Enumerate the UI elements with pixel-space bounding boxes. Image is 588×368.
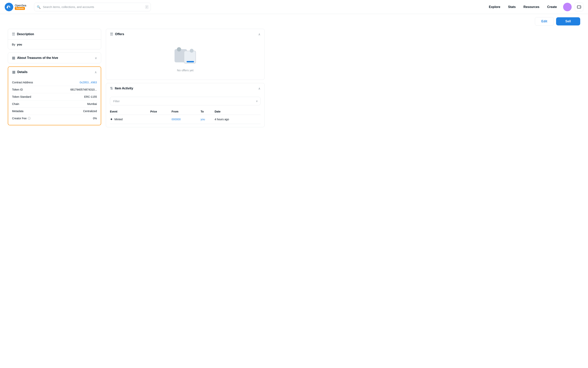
sell-button[interactable]: Sell xyxy=(556,17,580,26)
details-card: ▦ Details ∧ Contract Address 0x2953...49… xyxy=(8,66,101,125)
user-avatar[interactable] xyxy=(563,3,572,11)
brand-text: OpenSea Testnets xyxy=(15,4,26,10)
navbar: OpenSea Testnets 🔍 / Explore Stats Resou… xyxy=(0,0,588,14)
svg-rect-1 xyxy=(577,6,581,8)
detail-value-metadata: Centralized xyxy=(83,110,97,113)
activity-table-head: Event Price From To Date xyxy=(110,108,260,115)
left-panel: ☰ Description By you ▦ About Treasures o… xyxy=(8,29,101,127)
offers-card: ☰ Offers ∧ No xyxy=(106,29,265,80)
detail-value-chain: Mumbai xyxy=(87,102,97,105)
about-icon: ▦ xyxy=(12,56,15,60)
activity-card: ⇅ Item Activity ∧ Filter ∨ Event Pri xyxy=(106,83,265,127)
activity-header[interactable]: ⇅ Item Activity ∧ xyxy=(106,83,264,94)
filter-row: Filter ∨ xyxy=(110,97,260,105)
activity-header-left: ⇅ Item Activity xyxy=(110,86,133,91)
testnets-badge: Testnets xyxy=(15,7,25,10)
about-title: About Treasures of the hive xyxy=(17,56,58,60)
about-chevron-icon: ∨ xyxy=(95,56,97,60)
activity-body: Filter ∨ Event Price From To Date xyxy=(106,94,264,127)
cell-to[interactable]: you xyxy=(201,115,215,124)
about-header[interactable]: ▦ About Treasures of the hive ∨ xyxy=(8,53,101,63)
detail-value-contract[interactable]: 0x2953...4963 xyxy=(80,81,97,84)
right-panel: ☰ Offers ∧ No xyxy=(106,29,265,127)
nav-stats[interactable]: Stats xyxy=(505,4,519,10)
nav-links: Explore Stats Resources Create xyxy=(486,3,583,11)
main-content: ☰ Description By you ▦ About Treasures o… xyxy=(0,29,272,135)
col-event: Event xyxy=(110,108,150,115)
nav-resources[interactable]: Resources xyxy=(520,4,542,10)
details-body: Contract Address 0x2953...4963 Token ID … xyxy=(8,77,101,125)
svg-point-0 xyxy=(5,3,13,11)
detail-value-tokenid: 6817940574874310... xyxy=(70,88,97,91)
search-container: 🔍 / xyxy=(34,3,151,11)
activity-chevron-icon: ∧ xyxy=(258,87,260,90)
description-by: By you xyxy=(12,43,97,46)
wallet-button[interactable] xyxy=(575,3,583,11)
activity-table-header-row: Event Price From To Date xyxy=(110,108,260,115)
detail-value-standard: ERC-1155 xyxy=(84,95,97,98)
detail-value-fee: 0% xyxy=(93,117,97,120)
description-body: By you xyxy=(8,39,101,49)
creator-fee-info-icon[interactable]: i xyxy=(28,117,30,120)
cell-price xyxy=(150,115,172,124)
detail-row-metadata: Metadata Centralized xyxy=(12,108,97,115)
detail-label-fee: Creator Fee i xyxy=(12,117,30,120)
detail-label-chain: Chain xyxy=(12,102,19,105)
offers-header[interactable]: ☰ Offers ∧ xyxy=(106,29,264,39)
detail-label-standard: Token Standard xyxy=(12,95,31,98)
search-slash-hint: / xyxy=(145,5,148,9)
logo[interactable]: OpenSea Testnets xyxy=(5,3,26,11)
edit-button[interactable]: Edit xyxy=(535,17,554,26)
about-card: ▦ About Treasures of the hive ∨ xyxy=(8,53,101,63)
col-date: Date xyxy=(215,108,260,115)
description-header[interactable]: ☰ Description xyxy=(8,29,101,39)
offers-icon: ☰ xyxy=(110,32,113,36)
detail-label-contract: Contract Address xyxy=(12,81,33,84)
detail-row-contract: Contract Address 0x2953...4963 xyxy=(12,79,97,86)
activity-filter-select[interactable]: Filter xyxy=(110,97,260,105)
detail-label-tokenid: Token ID xyxy=(12,88,23,91)
detail-row-standard: Token Standard ERC-1155 xyxy=(12,93,97,101)
minted-cell: ✦ Minted xyxy=(110,117,150,121)
details-title: Details xyxy=(17,70,28,74)
description-header-left: ☰ Description xyxy=(12,32,34,36)
cell-event: ✦ Minted xyxy=(110,115,150,124)
detail-row-tokenid: Token ID 6817940574874310... xyxy=(12,86,97,93)
nav-create[interactable]: Create xyxy=(544,4,560,10)
offers-header-left: ☰ Offers xyxy=(110,32,124,36)
illustration-front-head xyxy=(190,49,193,53)
activity-icon: ⇅ xyxy=(110,86,113,91)
illustration-back-head xyxy=(177,47,181,52)
illustration-blue-bar xyxy=(187,61,194,62)
activity-table-body: ✦ Minted 000000 you 4 hours ago xyxy=(110,115,260,124)
table-row: ✦ Minted 000000 you 4 hours ago xyxy=(110,115,260,124)
cell-date: 4 hours ago xyxy=(215,115,260,124)
no-offers-text: No offers yet xyxy=(177,69,193,72)
offers-chevron-icon: ∧ xyxy=(258,32,260,36)
nav-explore[interactable]: Explore xyxy=(486,4,503,10)
detail-row-fee: Creator Fee i 0% xyxy=(12,115,97,122)
no-offers-illustration xyxy=(174,47,196,65)
wallet-icon xyxy=(577,5,581,9)
details-icon: ▦ xyxy=(12,70,15,74)
details-header[interactable]: ▦ Details ∧ xyxy=(8,67,101,77)
about-header-left: ▦ About Treasures of the hive xyxy=(12,56,58,60)
details-header-left: ▦ Details xyxy=(12,70,28,74)
brand-name: OpenSea xyxy=(15,4,26,7)
search-icon: 🔍 xyxy=(37,5,41,9)
by-value: you xyxy=(17,43,22,46)
toolbar: Edit Sell xyxy=(0,14,588,29)
search-input[interactable] xyxy=(34,3,151,11)
details-chevron-icon: ∧ xyxy=(95,70,97,74)
description-card: ☰ Description By you xyxy=(8,29,101,49)
activity-table: Event Price From To Date ✦ M xyxy=(110,108,260,124)
event-label: Minted xyxy=(115,118,123,121)
col-price: Price xyxy=(150,108,172,115)
col-to: To xyxy=(201,108,215,115)
no-offers-container: No offers yet xyxy=(106,39,264,80)
description-title: Description xyxy=(17,32,34,36)
cell-from[interactable]: 000000 xyxy=(172,115,201,124)
activity-title: Item Activity xyxy=(115,87,133,90)
detail-label-metadata: Metadata xyxy=(12,110,23,113)
by-label: By xyxy=(12,43,15,46)
